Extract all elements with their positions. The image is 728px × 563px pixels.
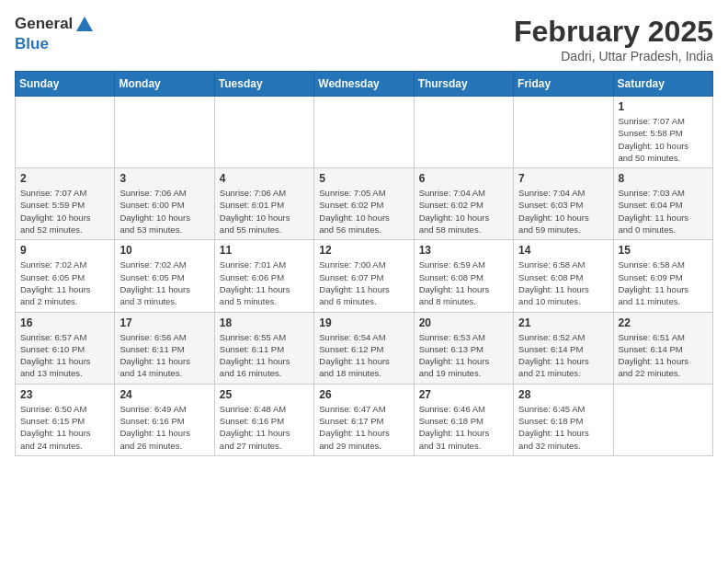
- weekday-header-thursday: Thursday: [414, 72, 513, 97]
- calendar-cell: 4Sunrise: 7:06 AM Sunset: 6:01 PM Daylig…: [214, 168, 313, 240]
- day-number: 20: [419, 316, 508, 329]
- day-info: Sunrise: 7:05 AM Sunset: 6:02 PM Dayligh…: [319, 187, 408, 236]
- day-number: 4: [220, 172, 309, 185]
- weekday-header-friday: Friday: [514, 72, 613, 97]
- day-number: 21: [518, 316, 608, 329]
- calendar-cell: 24Sunrise: 6:49 AM Sunset: 6:16 PM Dayli…: [115, 384, 214, 455]
- calendar-cell: 17Sunrise: 6:56 AM Sunset: 6:11 PM Dayli…: [115, 312, 214, 384]
- day-info: Sunrise: 7:01 AM Sunset: 6:06 PM Dayligh…: [220, 259, 309, 307]
- day-info: Sunrise: 7:04 AM Sunset: 6:02 PM Dayligh…: [419, 187, 508, 236]
- weekday-header-saturday: Saturday: [613, 72, 712, 97]
- day-info: Sunrise: 6:47 AM Sunset: 6:17 PM Dayligh…: [319, 403, 408, 452]
- day-info: Sunrise: 6:49 AM Sunset: 6:16 PM Dayligh…: [119, 403, 209, 452]
- day-number: 12: [319, 244, 408, 257]
- month-title: February 2025: [514, 15, 713, 49]
- calendar-cell: 7Sunrise: 7:04 AM Sunset: 6:03 PM Daylig…: [514, 168, 613, 240]
- day-number: 23: [20, 388, 109, 401]
- day-number: 14: [518, 244, 608, 257]
- day-info: Sunrise: 6:57 AM Sunset: 6:10 PM Dayligh…: [20, 331, 109, 380]
- day-number: 26: [319, 388, 408, 401]
- calendar-cell: 25Sunrise: 6:48 AM Sunset: 6:16 PM Dayli…: [214, 384, 313, 455]
- title-block: February 2025 Dadri, Uttar Pradesh, Indi…: [514, 15, 713, 63]
- day-info: Sunrise: 6:51 AM Sunset: 6:14 PM Dayligh…: [619, 331, 708, 380]
- calendar-cell: 19Sunrise: 6:54 AM Sunset: 6:12 PM Dayli…: [314, 312, 414, 384]
- day-info: Sunrise: 6:58 AM Sunset: 6:08 PM Dayligh…: [518, 259, 608, 307]
- day-number: 17: [119, 316, 209, 329]
- day-number: 9: [20, 244, 109, 257]
- calendar-cell: 5Sunrise: 7:05 AM Sunset: 6:02 PM Daylig…: [314, 168, 414, 240]
- calendar-cell: 15Sunrise: 6:58 AM Sunset: 6:09 PM Dayli…: [613, 240, 712, 312]
- calendar-cell: 21Sunrise: 6:52 AM Sunset: 6:14 PM Dayli…: [514, 312, 613, 384]
- day-info: Sunrise: 7:07 AM Sunset: 5:58 PM Dayligh…: [619, 115, 708, 164]
- calendar-cell: [414, 97, 513, 168]
- calendar-cell: [314, 97, 414, 168]
- day-info: Sunrise: 6:54 AM Sunset: 6:12 PM Dayligh…: [319, 331, 408, 380]
- calendar-cell: 12Sunrise: 7:00 AM Sunset: 6:07 PM Dayli…: [314, 240, 414, 312]
- calendar-cell: [514, 97, 613, 168]
- day-info: Sunrise: 7:04 AM Sunset: 6:03 PM Dayligh…: [518, 187, 608, 236]
- day-number: 2: [20, 172, 109, 185]
- day-number: 16: [20, 316, 109, 329]
- day-info: Sunrise: 7:02 AM Sunset: 6:05 PM Dayligh…: [119, 259, 209, 307]
- day-number: 22: [619, 316, 708, 329]
- calendar-cell: 27Sunrise: 6:46 AM Sunset: 6:18 PM Dayli…: [414, 384, 513, 455]
- day-info: Sunrise: 6:46 AM Sunset: 6:18 PM Dayligh…: [419, 403, 508, 452]
- calendar-cell: 14Sunrise: 6:58 AM Sunset: 6:08 PM Dayli…: [514, 240, 613, 312]
- calendar-cell: 22Sunrise: 6:51 AM Sunset: 6:14 PM Dayli…: [613, 312, 712, 384]
- day-number: 28: [518, 388, 608, 401]
- calendar-cell: 8Sunrise: 7:03 AM Sunset: 6:04 PM Daylig…: [613, 168, 712, 240]
- calendar-cell: 11Sunrise: 7:01 AM Sunset: 6:06 PM Dayli…: [214, 240, 313, 312]
- day-number: 15: [619, 244, 708, 257]
- logo-text: General Blue: [15, 15, 95, 53]
- day-number: 5: [319, 172, 408, 185]
- day-info: Sunrise: 6:55 AM Sunset: 6:11 PM Dayligh…: [220, 331, 309, 380]
- weekday-header-tuesday: Tuesday: [214, 72, 313, 97]
- day-info: Sunrise: 6:45 AM Sunset: 6:18 PM Dayligh…: [518, 403, 608, 452]
- day-info: Sunrise: 7:02 AM Sunset: 6:05 PM Dayligh…: [20, 259, 109, 307]
- calendar-table: SundayMondayTuesdayWednesdayThursdayFrid…: [15, 71, 713, 456]
- day-number: 10: [119, 244, 209, 257]
- calendar-cell: 16Sunrise: 6:57 AM Sunset: 6:10 PM Dayli…: [16, 312, 115, 384]
- calendar-cell: [613, 384, 712, 455]
- day-number: 6: [419, 172, 508, 185]
- weekday-header-sunday: Sunday: [16, 72, 115, 97]
- calendar-cell: 13Sunrise: 6:59 AM Sunset: 6:08 PM Dayli…: [414, 240, 513, 312]
- calendar-cell: 6Sunrise: 7:04 AM Sunset: 6:02 PM Daylig…: [414, 168, 513, 240]
- calendar-cell: 2Sunrise: 7:07 AM Sunset: 5:59 PM Daylig…: [16, 168, 115, 240]
- day-number: 1: [619, 100, 708, 113]
- day-number: 18: [220, 316, 309, 329]
- calendar-cell: 3Sunrise: 7:06 AM Sunset: 6:00 PM Daylig…: [115, 168, 214, 240]
- day-info: Sunrise: 6:52 AM Sunset: 6:14 PM Dayligh…: [518, 331, 608, 380]
- calendar-cell: 1Sunrise: 7:07 AM Sunset: 5:58 PM Daylig…: [613, 97, 712, 168]
- calendar-cell: 28Sunrise: 6:45 AM Sunset: 6:18 PM Dayli…: [514, 384, 613, 455]
- page-header: General Blue February 2025 Dadri, Uttar …: [15, 15, 713, 63]
- calendar-cell: 10Sunrise: 7:02 AM Sunset: 6:05 PM Dayli…: [115, 240, 214, 312]
- day-info: Sunrise: 7:03 AM Sunset: 6:04 PM Dayligh…: [619, 187, 708, 236]
- day-info: Sunrise: 6:50 AM Sunset: 6:15 PM Dayligh…: [20, 403, 109, 452]
- calendar-cell: 26Sunrise: 6:47 AM Sunset: 6:17 PM Dayli…: [314, 384, 414, 455]
- calendar-cell: 9Sunrise: 7:02 AM Sunset: 6:05 PM Daylig…: [16, 240, 115, 312]
- calendar-cell: 20Sunrise: 6:53 AM Sunset: 6:13 PM Dayli…: [414, 312, 513, 384]
- svg-marker-0: [76, 17, 93, 31]
- calendar-cell: [214, 97, 313, 168]
- logo: General Blue: [15, 15, 95, 53]
- day-number: 7: [518, 172, 608, 185]
- weekday-header-monday: Monday: [115, 72, 214, 97]
- day-number: 27: [419, 388, 508, 401]
- day-info: Sunrise: 6:58 AM Sunset: 6:09 PM Dayligh…: [619, 259, 708, 307]
- day-info: Sunrise: 7:00 AM Sunset: 6:07 PM Dayligh…: [319, 259, 408, 307]
- day-number: 13: [419, 244, 508, 257]
- day-number: 3: [119, 172, 209, 185]
- day-info: Sunrise: 6:48 AM Sunset: 6:16 PM Dayligh…: [220, 403, 309, 452]
- location: Dadri, Uttar Pradesh, India: [514, 49, 713, 63]
- calendar-cell: [16, 97, 115, 168]
- calendar-cell: 23Sunrise: 6:50 AM Sunset: 6:15 PM Dayli…: [16, 384, 115, 455]
- day-number: 25: [220, 388, 309, 401]
- day-number: 19: [319, 316, 408, 329]
- weekday-header-wednesday: Wednesday: [314, 72, 414, 97]
- day-info: Sunrise: 6:56 AM Sunset: 6:11 PM Dayligh…: [119, 331, 209, 380]
- day-number: 11: [220, 244, 309, 257]
- day-info: Sunrise: 7:06 AM Sunset: 6:00 PM Dayligh…: [119, 187, 209, 236]
- day-info: Sunrise: 6:53 AM Sunset: 6:13 PM Dayligh…: [419, 331, 508, 380]
- day-info: Sunrise: 6:59 AM Sunset: 6:08 PM Dayligh…: [419, 259, 508, 307]
